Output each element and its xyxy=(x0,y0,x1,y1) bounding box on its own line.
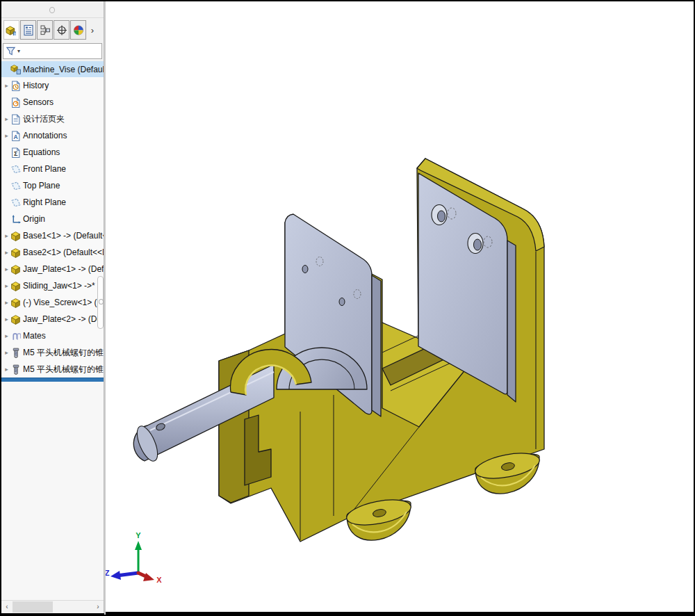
scrollbar-thumb[interactable] xyxy=(13,601,53,613)
tab-property-manager[interactable] xyxy=(20,20,36,40)
tree-horizontal-scrollbar[interactable]: ‹ › xyxy=(1,600,104,613)
tree-item-base2[interactable]: ▸Base2<1> (Default<<Def xyxy=(1,244,104,261)
part-icon xyxy=(10,281,21,291)
tree-item-right-plane[interactable]: Right Plane xyxy=(1,194,104,211)
tree-item-m5-countersink-2[interactable]: ▸M5 平头机械螺钉的锥形沉 xyxy=(1,361,104,378)
machine-vise-model[interactable] xyxy=(133,159,544,542)
manager-tab-bar: › xyxy=(1,18,104,42)
tree-item-sliding-jaw[interactable]: ▸Sliding_Jaw<1> ->* (Def xyxy=(1,277,104,294)
tree-root-label: Machine_Vise (Default<Def xyxy=(23,65,104,74)
tree-item-m5-countersink-1[interactable]: ▸M5 平头机械螺钉的锥形沉 xyxy=(1,344,104,361)
part-icon xyxy=(10,298,21,308)
tab-featuremanager-tree[interactable] xyxy=(3,20,19,40)
tree-filter-input[interactable]: ▾ xyxy=(3,43,102,59)
filter-caret-icon[interactable]: ▾ xyxy=(17,48,20,54)
expand-tabs-button[interactable]: › xyxy=(87,20,98,40)
solidworks-window: Y Z X › ▾ xyxy=(0,0,695,616)
annotations-icon xyxy=(10,131,21,141)
tree-item-vise-screw[interactable]: ▸(-) Vise_Screw<1> (Defau xyxy=(1,294,104,311)
history-icon xyxy=(10,81,21,91)
scroll-right-button[interactable]: › xyxy=(92,601,104,613)
triad-x-label: X xyxy=(156,576,162,584)
tree-item-mates[interactable]: ▸Mates xyxy=(1,327,104,344)
property-manager-icon xyxy=(23,24,34,36)
plane-icon xyxy=(10,181,21,191)
tree-item-front-plane[interactable]: Front Plane xyxy=(1,161,104,177)
tree-root-machine-vise[interactable]: Machine_Vise (Default<Def xyxy=(1,61,104,77)
dimxpert-manager-icon xyxy=(56,24,67,36)
tree-item-jaw-plate-1[interactable]: ▸Jaw_Plate<1> -> (Defaul xyxy=(1,261,104,277)
tab-configuration-manager[interactable] xyxy=(37,20,53,40)
part-icon xyxy=(10,314,21,325)
tab-dimxpert-manager[interactable] xyxy=(54,20,70,40)
plane-icon xyxy=(10,197,21,208)
feature-tree: Machine_Vise (Default<Def ▸History Senso… xyxy=(1,61,104,382)
mates-icon xyxy=(10,331,21,341)
tree-item-top-plane[interactable]: Top Plane xyxy=(1,177,104,194)
display-manager-icon xyxy=(73,24,84,36)
tree-item-design-binder[interactable]: ▸设计活页夹 xyxy=(1,111,104,127)
rollback-bar[interactable] xyxy=(1,378,104,382)
scroll-left-button[interactable]: ‹ xyxy=(1,601,13,613)
tree-item-annotations[interactable]: ▸Annotations xyxy=(1,127,104,144)
configuration-manager-icon xyxy=(40,24,51,36)
filter-funnel-icon xyxy=(6,46,16,56)
tree-vertical-scrollbar[interactable] xyxy=(97,276,104,329)
part-tree-icon xyxy=(6,25,16,35)
origin-icon xyxy=(10,214,21,225)
triad-y-label: Y xyxy=(136,531,141,540)
tree-item-history[interactable]: ▸History xyxy=(1,77,104,94)
tree-item-origin[interactable]: Origin xyxy=(1,211,104,227)
plane-icon xyxy=(10,164,21,175)
orientation-triad: Y Z X xyxy=(105,531,163,584)
hole-wizard-icon xyxy=(10,348,21,358)
tab-display-manager[interactable] xyxy=(70,20,86,40)
equations-icon xyxy=(10,147,21,158)
hole-wizard-icon xyxy=(10,364,21,375)
expand-tabs-chevron: › xyxy=(91,25,94,35)
design-binder-icon xyxy=(10,114,21,124)
assembly-icon xyxy=(10,64,21,74)
tree-item-base1[interactable]: ▸Base1<1> -> (Default<< xyxy=(1,227,104,244)
tree-item-sensors[interactable]: Sensors xyxy=(1,94,104,111)
sidebar-splitter[interactable] xyxy=(104,1,106,615)
part-icon xyxy=(10,248,21,258)
part-icon xyxy=(10,264,21,275)
sensors-icon xyxy=(10,97,21,108)
filter-row: ▾ xyxy=(1,42,104,61)
tree-item-equations[interactable]: Equations xyxy=(1,144,104,161)
tree-item-jaw-plate-2[interactable]: ▸Jaw_Plate<2> -> (Defaul xyxy=(1,311,104,327)
panel-grip-dot[interactable] xyxy=(49,7,55,13)
panel-top-strip xyxy=(1,1,104,18)
part-icon xyxy=(10,231,21,241)
feature-manager-panel: › ▾ Machine_Vise (Default<Def ▸History S… xyxy=(1,1,104,613)
scrollbar-knob[interactable] xyxy=(99,299,104,305)
